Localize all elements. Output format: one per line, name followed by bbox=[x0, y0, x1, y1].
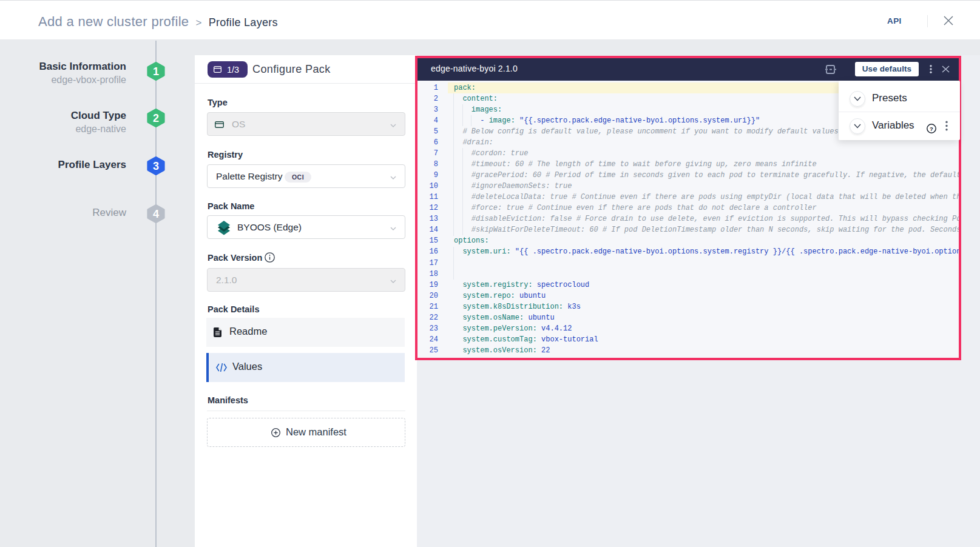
svg-text:4: 4 bbox=[153, 208, 159, 220]
svg-text:?: ? bbox=[930, 126, 933, 132]
svg-text:2: 2 bbox=[153, 112, 159, 124]
svg-text:1: 1 bbox=[153, 65, 159, 78]
svg-text:3: 3 bbox=[153, 160, 159, 172]
